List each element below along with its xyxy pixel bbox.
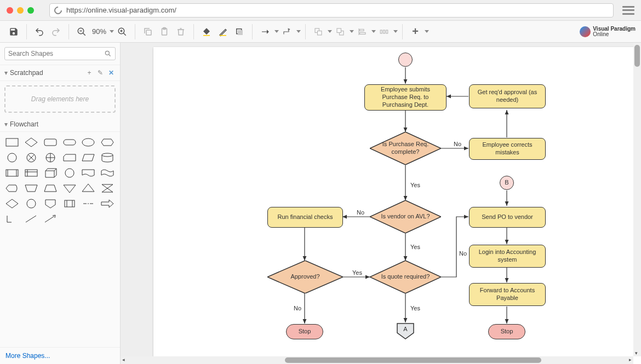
horizontal-scrollbar[interactable]: ◂ ▸ bbox=[121, 356, 633, 364]
fill-color-button[interactable] bbox=[198, 24, 215, 40]
close-window-button[interactable] bbox=[7, 7, 13, 14]
flowchart-header[interactable]: ▾ Flowchart bbox=[0, 117, 120, 132]
save-button[interactable] bbox=[5, 24, 22, 40]
node-send-po[interactable]: Send PO to vendor bbox=[469, 207, 546, 228]
node-corrects[interactable]: Employee corrects mistakes bbox=[469, 138, 546, 160]
node-quote-q[interactable]: Is quote required? bbox=[370, 261, 441, 293]
shape-trap2[interactable] bbox=[43, 182, 58, 194]
reload-icon[interactable] bbox=[53, 5, 64, 16]
distribute-button[interactable] bbox=[376, 24, 392, 40]
shape-internal-storage[interactable] bbox=[24, 167, 39, 179]
node-a[interactable]: A bbox=[397, 323, 414, 339]
shape-arrow[interactable] bbox=[100, 198, 115, 210]
shape-rounded-rect[interactable] bbox=[43, 136, 58, 148]
node-get-approval[interactable]: Get req'd approval (as needed) bbox=[469, 84, 546, 108]
scrollbar-thumb[interactable] bbox=[285, 357, 541, 363]
shape-hourglass[interactable] bbox=[100, 182, 115, 194]
scratchpad-edit-icon[interactable]: ✎ bbox=[96, 68, 105, 77]
chevron-down-icon[interactable] bbox=[296, 30, 301, 33]
copy-button[interactable] bbox=[140, 24, 156, 40]
node-forward[interactable]: Forward to Accounts Payable bbox=[469, 283, 546, 306]
shape-circle-plus[interactable] bbox=[43, 152, 58, 164]
add-button[interactable]: + bbox=[407, 24, 423, 40]
shadow-button[interactable] bbox=[231, 24, 248, 40]
delete-button[interactable] bbox=[173, 24, 189, 40]
shape-document[interactable] bbox=[81, 167, 96, 179]
maximize-window-button[interactable] bbox=[27, 7, 34, 14]
node-stop1[interactable]: Stop bbox=[286, 324, 323, 339]
search-input[interactable] bbox=[8, 50, 104, 57]
shape-cube[interactable] bbox=[43, 167, 58, 179]
redo-button[interactable] bbox=[48, 24, 64, 40]
brand-logo[interactable]: Visual Paradigm Online bbox=[580, 26, 636, 37]
zoom-out-button[interactable] bbox=[73, 24, 90, 40]
line-color-button[interactable] bbox=[215, 24, 231, 40]
search-shapes-box[interactable] bbox=[4, 47, 116, 60]
shape-hexagon[interactable] bbox=[100, 136, 115, 148]
zoom-dropdown-icon[interactable] bbox=[110, 30, 114, 33]
shape-rectangle[interactable] bbox=[4, 136, 20, 148]
chevron-down-icon[interactable] bbox=[274, 30, 279, 33]
zoom-level[interactable]: 90% bbox=[90, 27, 108, 36]
address-bar[interactable]: https://online.visual-paradigm.com/ bbox=[49, 3, 614, 18]
to-front-button[interactable] bbox=[310, 24, 327, 40]
node-complete-q[interactable]: Is Purchase Req. complete? bbox=[370, 132, 441, 165]
node-submit[interactable]: Employee submits Purchase Req. to Purcha… bbox=[364, 84, 447, 111]
shape-delay[interactable] bbox=[81, 198, 96, 210]
shape-display[interactable] bbox=[4, 182, 20, 194]
node-login[interactable]: Login into Accounting system bbox=[469, 245, 546, 268]
node-b[interactable]: B bbox=[500, 176, 514, 190]
shape-line[interactable] bbox=[24, 213, 39, 225]
shape-line-arrow[interactable] bbox=[43, 213, 58, 225]
chevron-down-icon[interactable] bbox=[371, 30, 376, 33]
shape-triangle-down[interactable] bbox=[62, 182, 77, 194]
shape-offpage[interactable] bbox=[43, 198, 58, 210]
minimize-window-button[interactable] bbox=[17, 7, 24, 14]
scratchpad-add-icon[interactable]: + bbox=[85, 68, 94, 77]
shape-stored-data[interactable] bbox=[62, 198, 77, 210]
paste-button[interactable] bbox=[156, 24, 173, 40]
align-button[interactable] bbox=[354, 24, 370, 40]
connection-style-button[interactable] bbox=[257, 24, 273, 40]
to-back-button[interactable] bbox=[332, 24, 348, 40]
undo-button[interactable] bbox=[31, 24, 48, 40]
chevron-down-icon[interactable] bbox=[393, 30, 398, 33]
zoom-in-button[interactable] bbox=[114, 24, 130, 40]
canvas-area[interactable]: Employee submits Purchase Req. to Purcha… bbox=[121, 43, 641, 364]
chevron-down-icon[interactable] bbox=[425, 30, 429, 33]
shape-diamond[interactable] bbox=[24, 136, 39, 148]
shape-parallelogram[interactable] bbox=[81, 152, 96, 164]
shape-circle-x[interactable] bbox=[24, 152, 39, 164]
node-stop2[interactable]: Stop bbox=[488, 324, 525, 339]
shape-card[interactable] bbox=[62, 152, 77, 164]
chevron-down-icon[interactable] bbox=[350, 30, 354, 33]
node-avl-q[interactable]: Is vendor on AVL? bbox=[370, 200, 441, 233]
node-financial[interactable]: Run financial checks bbox=[267, 207, 343, 228]
scratchpad-header[interactable]: ▾ Scratchpad + ✎ ✕ bbox=[0, 65, 120, 81]
shape-terminator[interactable] bbox=[62, 136, 77, 148]
scrollbar-thumb[interactable] bbox=[634, 45, 640, 67]
waypoint-style-button[interactable] bbox=[279, 24, 295, 40]
shape-circle2[interactable] bbox=[24, 198, 39, 210]
hamburger-menu-icon[interactable] bbox=[622, 6, 634, 15]
vertical-scrollbar[interactable]: ▴ ▾ bbox=[633, 43, 641, 356]
shape-bracket[interactable] bbox=[4, 213, 20, 225]
shape-ellipse[interactable] bbox=[81, 136, 96, 148]
shape-subprocess[interactable] bbox=[4, 167, 20, 179]
shape-circle[interactable] bbox=[62, 167, 77, 179]
node-approved-q[interactable]: Approved? bbox=[267, 261, 343, 293]
svg-rect-42 bbox=[25, 170, 37, 176]
shape-triangle-up[interactable] bbox=[81, 182, 96, 194]
shape-diamond2[interactable] bbox=[4, 198, 20, 210]
more-shapes-link[interactable]: More Shapes... bbox=[0, 347, 120, 364]
node-start[interactable] bbox=[398, 53, 413, 67]
shape-circle-small[interactable] bbox=[4, 152, 20, 164]
shape-tape[interactable] bbox=[100, 167, 115, 179]
canvas-page[interactable]: Employee submits Purchase Req. to Purcha… bbox=[153, 47, 641, 364]
edge-label-no: No bbox=[292, 304, 303, 312]
shape-cylinder[interactable] bbox=[100, 152, 115, 164]
scratchpad-dropzone[interactable]: Drag elements here bbox=[4, 85, 116, 113]
chevron-down-icon[interactable] bbox=[328, 30, 332, 33]
shape-trap1[interactable] bbox=[24, 182, 39, 194]
scratchpad-close-icon[interactable]: ✕ bbox=[107, 68, 116, 77]
